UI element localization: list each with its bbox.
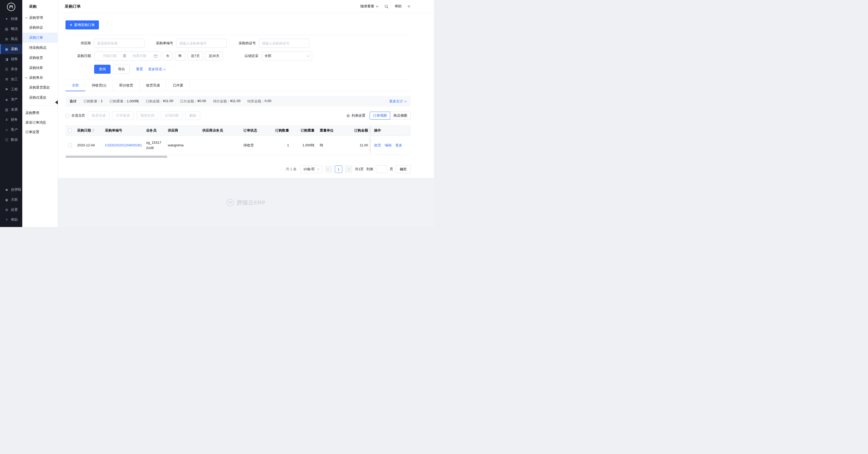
rail-item-data[interactable]: ☷数据 <box>0 135 22 145</box>
tab-pending-receive[interactable]: 待收货(1) <box>85 80 113 91</box>
tab-receive-done[interactable]: 收货完成 <box>140 80 166 91</box>
row-action-edit[interactable]: 编辑 <box>385 143 392 148</box>
rail-item-quick[interactable]: ✦快捷 <box>0 14 22 24</box>
view-order[interactable]: 订单视图 <box>370 112 390 120</box>
view-goods[interactable]: 商品视图 <box>390 112 411 120</box>
submenu-item-purchase-return-refund[interactable]: 采购退货退款 <box>22 83 58 93</box>
submenu-group-aftersales[interactable]: 采购售后 <box>22 73 58 83</box>
supplier-input[interactable] <box>94 39 145 48</box>
inventory-icon: ☰ <box>4 67 9 71</box>
row-checkbox[interactable] <box>68 144 72 147</box>
prev-page-button[interactable] <box>325 165 332 173</box>
list-settings-button[interactable]: ⚙ 列表设置 <box>346 113 365 118</box>
rail-item-tianyan[interactable]: ◉天眼 <box>0 195 22 205</box>
search-button[interactable]: 查询 <box>94 65 111 74</box>
tab-all[interactable]: 全部 <box>65 80 85 91</box>
pages-total: 共1页 <box>355 167 364 172</box>
rail-item-assets[interactable]: ◈资产 <box>0 94 22 104</box>
reset-link[interactable]: 重置 <box>136 67 143 71</box>
more-totals-link[interactable]: 更多合计 <box>389 99 406 104</box>
page-size-select[interactable]: 10条/页 <box>300 165 322 173</box>
batch-action-preview-contract[interactable]: 预览合同 <box>136 111 158 120</box>
quick-range-today[interactable]: 今 <box>162 52 173 60</box>
customers-icon: ☺ <box>4 128 9 132</box>
rail-item-inventory[interactable]: ☰库存 <box>0 64 22 74</box>
tab-voided[interactable]: 已作废 <box>166 80 190 91</box>
rail-item-sales[interactable]: ◨销售 <box>0 54 22 64</box>
rail-item-help[interactable]: ?帮助 <box>0 215 22 225</box>
submenu-title: 采购 <box>22 0 58 13</box>
jump-page-input[interactable] <box>376 165 387 173</box>
batch-action-open-receive[interactable]: 打开收货 <box>112 111 134 120</box>
order-no-input[interactable] <box>176 39 227 48</box>
data-icon: ☷ <box>4 138 9 142</box>
date-separator: 至 <box>123 54 127 58</box>
order-no-link[interactable]: CGDD20201204000261 <box>105 143 142 147</box>
rail-item-label: 财务 <box>11 117 18 122</box>
rail-item-label: 资产 <box>11 97 18 102</box>
submenu-item-purchase-settlement[interactable]: 采购结算 <box>22 63 58 73</box>
submenu-item-purchase-order[interactable]: 采购订单 <box>22 33 58 43</box>
rail-item-invoice[interactable]: ▥发票 <box>0 104 22 115</box>
quick-range-last7[interactable]: 近7天 <box>187 52 203 60</box>
row-action-receive[interactable]: 收货 <box>374 143 381 148</box>
rail-item-settings[interactable]: ⚙设置 <box>0 205 22 215</box>
quick-range-last30[interactable]: 近30天 <box>205 52 223 60</box>
submenu-item-purchase-receive[interactable]: 采购收货 <box>22 53 58 63</box>
sidebar-collapse-handle[interactable] <box>55 100 58 104</box>
rail-item-engineering[interactable]: ⚑工程 <box>0 84 22 94</box>
date-range-picker[interactable]: 开始日期 至 结束日期 <box>94 52 160 60</box>
summary-item-label: 已付金额： <box>180 99 197 104</box>
rail-item-label: 客户 <box>11 127 18 132</box>
app-root: ✦快捷▤概况⊞商品▣采购◨销售☰库存⚒加工⚑工程◈资产▥发票¥财务☺客户☷数据 … <box>0 0 434 227</box>
page-number-button[interactable]: 1 <box>335 165 342 173</box>
sort-icon[interactable] <box>92 129 94 132</box>
submenu-item-purchase-refund-only[interactable]: 采购仅退款 <box>22 93 58 102</box>
col-header-label: 订购数量 <box>275 128 289 133</box>
rail-item-overview[interactable]: ▤概况 <box>0 24 22 34</box>
tab-partial-receive[interactable]: 部分收货 <box>113 80 140 91</box>
cell-weight-unit: 吨 <box>317 136 338 155</box>
more-filters-link[interactable]: 更多筛选 <box>148 67 165 71</box>
select-all-label[interactable]: 全选当页 <box>71 113 85 118</box>
rail-item-purchase[interactable]: ▣采购 <box>0 44 22 54</box>
brand-logo[interactable] <box>0 0 22 14</box>
batch-action-delete[interactable]: 删除 <box>185 111 200 120</box>
date-start-placeholder: 开始日期 <box>97 54 123 58</box>
select-all-checkbox[interactable] <box>65 114 69 118</box>
scrollbar-thumb[interactable] <box>65 156 167 158</box>
rail-item-finance[interactable]: ¥财务 <box>0 115 22 125</box>
row-action-more[interactable]: 更多 <box>395 143 402 148</box>
submenu-item-to-purchase-goods[interactable]: 待采购商品 <box>22 43 58 53</box>
collapse-panel-icon[interactable] <box>408 6 411 7</box>
batch-action-receive-done[interactable]: 收货完成 <box>88 111 110 120</box>
col-header-order-no: 采购单编号 <box>102 125 144 135</box>
rail-item-mascot[interactable]: ☻@胖猫 <box>0 185 22 195</box>
next-page-button[interactable] <box>345 165 352 173</box>
date-end-placeholder: 结束日期 <box>127 54 152 58</box>
agreement-input[interactable] <box>259 39 309 48</box>
rail-item-customers[interactable]: ☺客户 <box>0 125 22 135</box>
browse-dropdown[interactable]: 随便看看 <box>360 4 378 9</box>
add-purchase-order-button[interactable]: + 新增采购订单 <box>65 21 99 29</box>
submenu-item-order-settings[interactable]: 订单设置 <box>22 127 58 137</box>
order-no-filter: 采购单编号 <box>145 39 227 48</box>
submenu-item-channel-order-messages[interactable]: 渠道订单消息 <box>22 118 58 127</box>
submenu-item-purchase-agreement[interactable]: 采购协议 <box>22 23 58 33</box>
search-icon[interactable] <box>384 4 389 8</box>
export-button[interactable]: 导出 <box>113 65 130 74</box>
confirm-button[interactable]: 确定 <box>396 165 411 173</box>
cell-actions: 收货编辑更多 <box>371 136 411 155</box>
submenu-group-management[interactable]: 采购管理 <box>22 13 58 23</box>
rail-item-processing[interactable]: ⚒加工 <box>0 74 22 84</box>
col-header-label: 操作 <box>374 128 381 133</box>
table-row: 2020-12-04CGDD20201204000261zg_153172o36… <box>65 136 411 155</box>
watermark-text: 胖猫云ERP <box>237 199 266 206</box>
quick-range-yesterday[interactable]: 昨 <box>175 52 185 60</box>
help-link[interactable]: 帮助 <box>395 4 402 9</box>
rail-item-goods[interactable]: ⊞商品 <box>0 34 22 44</box>
header-checkbox[interactable] <box>68 129 72 132</box>
submenu-item-purchase-expenses[interactable]: 采购费用 <box>22 108 58 118</box>
sales-based-select[interactable]: 全部 <box>262 52 312 60</box>
batch-action-archive-contract[interactable]: 合同归档 <box>161 111 183 120</box>
